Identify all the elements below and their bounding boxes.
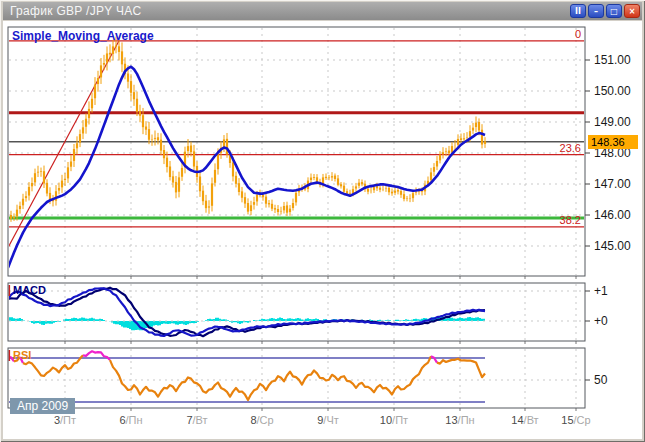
window-controls: II–□× xyxy=(570,4,640,18)
month-badge: Апр 2009 xyxy=(10,398,75,414)
pause-button[interactable]: II xyxy=(570,4,586,18)
title-bar[interactable]: График GBP /JPY ЧАС II–□× xyxy=(3,2,642,20)
maximize-button[interactable]: □ xyxy=(606,4,622,18)
close-button[interactable]: × xyxy=(624,4,640,18)
chart-plot-area[interactable] xyxy=(3,21,642,439)
chart-window: График GBP /JPY ЧАС II–□× 151.00150.0014… xyxy=(0,0,645,442)
indicator-label-macd: MACD xyxy=(13,284,46,296)
indicator-label-rsi: RSI xyxy=(13,349,31,361)
indicator-label-sma: Simple_Moving_Average xyxy=(12,29,154,43)
minimize-button[interactable]: – xyxy=(588,4,604,18)
window-title: График GBP /JPY ЧАС xyxy=(10,4,570,18)
current-price-tag: 148.36 xyxy=(588,135,638,149)
